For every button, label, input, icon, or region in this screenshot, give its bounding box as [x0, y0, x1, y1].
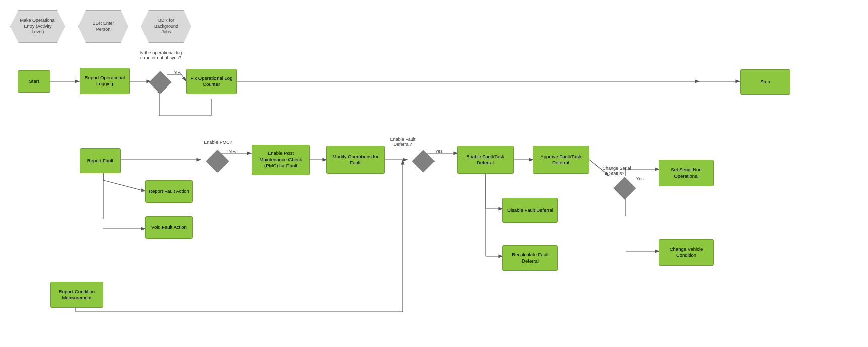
- enable-post-maintenance-node: Enable Post Maintenance Check (PMC) for …: [252, 145, 310, 175]
- approve-fault-task-deferral-node: Approve Fault/Task Deferral: [533, 146, 589, 174]
- svg-line-3: [181, 74, 186, 81]
- enable-fault-deferral-question-label: Enable Fault Deferral?: [383, 137, 423, 147]
- disable-fault-deferral-node: Disable Fault Deferral: [502, 198, 558, 223]
- report-condition-measurement-node: Report Condition Measurement: [50, 282, 103, 308]
- yes-label-pmc: Yes: [229, 149, 236, 154]
- recalculate-fault-deferral-node: Recalculate Fault Deferral: [502, 245, 558, 271]
- yes-label-deferral: Yes: [435, 149, 443, 154]
- void-fault-action-node: Void Fault Action: [145, 216, 193, 239]
- make-operational-entry-node: Make Operational Entry (Activity Level): [10, 10, 65, 43]
- bdr-enter-person-node: BDR Enter Person: [78, 10, 128, 43]
- modify-operations-node: Modify Operations for Fault: [326, 146, 385, 174]
- change-vehicle-condition-node: Change Vehicle Condition: [659, 239, 714, 266]
- start-node: Start: [18, 70, 50, 93]
- yes-label-1: Yes: [174, 70, 181, 75]
- report-fault-action-node: Report Fault Action: [145, 180, 193, 203]
- arrows-layer: [0, 0, 868, 347]
- enable-pmc-question-label: Enable PMC?: [200, 140, 236, 145]
- report-fault-node: Report Fault: [80, 148, 121, 173]
- bdr-background-jobs-node: BDR for Background Jobs: [141, 10, 191, 43]
- operational-log-question-label: Is the operational log counter out of sy…: [137, 50, 185, 60]
- diagram-container: Make Operational Entry (Activity Level) …: [0, 0, 868, 347]
- set-serial-non-operational-node: Set Serial Non Operational: [659, 160, 714, 186]
- enable-fault-task-deferral-node: Enable Fault/Task Deferral: [457, 146, 514, 174]
- fix-operational-log-node: Fix Operational Log Counter: [186, 69, 237, 94]
- report-operational-logging-node: Report Operational Logging: [80, 68, 130, 94]
- svg-line-8: [103, 180, 146, 191]
- change-serial-status-question-label: Change Serial Status?: [597, 166, 637, 176]
- yes-label-serial: Yes: [636, 176, 644, 181]
- stop-node: Stop: [740, 69, 790, 95]
